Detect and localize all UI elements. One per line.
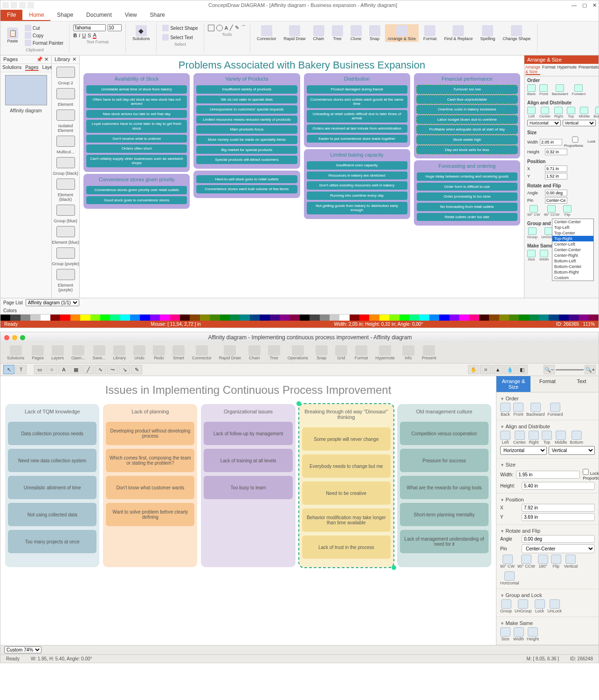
format-painter-button[interactable]: Format Painter <box>23 39 65 47</box>
color-swatch[interactable] <box>50 315 60 321</box>
bottom-button[interactable]: Bottom <box>570 431 584 445</box>
center-button[interactable]: Center <box>539 107 551 118</box>
pin-option[interactable]: Top-Left <box>552 225 593 230</box>
vert-select[interactable]: Vertical <box>563 120 596 126</box>
pages-button[interactable]: Pages <box>28 344 48 361</box>
tab-format[interactable]: Format <box>542 65 556 75</box>
color-swatch[interactable] <box>350 315 359 321</box>
pen-tool-icon[interactable]: ✎ <box>235 25 239 31</box>
tab-arrange-size[interactable]: Arrange & Size <box>496 376 530 392</box>
pin-select[interactable]: Center-Center <box>522 544 595 553</box>
color-swatch[interactable] <box>130 315 140 321</box>
shape-ellipse-icon[interactable] <box>216 25 223 31</box>
snap-button[interactable]: Snap <box>366 24 383 42</box>
color-swatch[interactable] <box>419 315 429 321</box>
color-swatch[interactable] <box>509 315 519 321</box>
diagram-card[interactable]: Don't utilize exesting resources well in… <box>307 181 407 190</box>
diagram-card[interactable]: Cash flow unpredictable <box>417 96 517 104</box>
rapid-draw-button[interactable]: Rapid Draw <box>215 344 245 361</box>
solutions-button[interactable]: ◆Solutions <box>130 24 152 42</box>
diagram-card[interactable]: Order form is difficult to use <box>417 183 517 191</box>
color-swatch[interactable] <box>469 315 479 321</box>
tab-share[interactable]: Share <box>144 10 172 21</box>
color-swatch[interactable] <box>379 315 389 321</box>
tab-pages[interactable]: Pages <box>25 65 38 71</box>
diagram-card[interactable]: Product damaged during transit <box>307 85 407 94</box>
diagram-column[interactable]: Convenience stores given priorityConveni… <box>83 174 190 209</box>
diagram-card[interactable]: Insufficient variety of products <box>196 85 297 94</box>
chain-button[interactable]: Chain <box>245 344 264 361</box>
color-swatch[interactable] <box>80 315 90 321</box>
flip-button[interactable]: Flip <box>563 205 571 217</box>
bottom-button[interactable]: Bottom <box>593 107 599 118</box>
pin-option[interactable]: Top-Center <box>552 230 593 236</box>
diagram-column[interactable]: Lack of TQM knowledgeData collection pro… <box>5 404 99 567</box>
top-button[interactable]: Top <box>567 107 575 118</box>
diagram-card[interactable]: Order processing is too slow <box>417 192 517 201</box>
diagram-card[interactable]: Need to be creative <box>302 481 391 505</box>
select-shape-button[interactable]: Select Shape <box>160 24 200 32</box>
diagram-card[interactable]: Unresponsive to customers' special reque… <box>196 105 297 114</box>
diagram-card[interactable]: Too many projects at once <box>8 530 96 553</box>
diagram-card[interactable]: Competition versus cooperation <box>400 422 489 445</box>
diagram-card[interactable]: Don't know what customer wants <box>106 476 194 499</box>
color-swatch[interactable] <box>220 315 230 321</box>
color-swatch[interactable] <box>359 315 369 321</box>
line-tool[interactable]: ╱ <box>83 365 94 374</box>
color-swatch[interactable] <box>579 315 589 321</box>
diagram-column[interactable]: Organizational issuesLack of follow-up b… <box>201 404 295 567</box>
diagram-card[interactable]: Everybody needs to change but me <box>302 454 391 478</box>
color-swatch[interactable] <box>529 315 539 321</box>
diagram-card[interactable]: Not using collected data <box>8 503 96 526</box>
maximize-icon[interactable]: ▢ <box>582 2 587 8</box>
color-swatch[interactable] <box>60 315 70 321</box>
tab-text[interactable]: Text <box>565 376 599 392</box>
font-size-select[interactable] <box>108 24 122 31</box>
close-light-icon[interactable] <box>4 335 9 340</box>
tab-solutions[interactable]: Solutions <box>2 65 21 71</box>
pin-option[interactable]: Top-Right <box>552 236 593 241</box>
color-swatch[interactable] <box>320 315 330 321</box>
library-button[interactable]: Library <box>110 344 130 361</box>
width-input[interactable] <box>540 139 562 145</box>
diagram-card[interactable]: Running into overtime every day <box>307 192 407 200</box>
color-swatch[interactable] <box>549 315 558 321</box>
spelling-button[interactable]: Spelling <box>477 24 498 42</box>
connector-button[interactable]: Connector <box>188 344 215 361</box>
diagram-card[interactable]: Hard-to-sell stock goes to retail outlet… <box>196 175 297 184</box>
redo-icon[interactable] <box>28 2 34 8</box>
select-text-button[interactable]: Select Text <box>160 34 195 41</box>
back-button[interactable]: Back <box>527 84 536 96</box>
diagram-card[interactable]: Which comes first, composing the team or… <box>106 449 194 472</box>
y-input[interactable] <box>545 173 567 179</box>
diagram-card[interactable]: Orders often short <box>86 144 187 153</box>
pen-tool[interactable]: ✎ <box>131 365 142 374</box>
middle-button[interactable]: Middle <box>555 431 567 445</box>
diagram-column[interactable]: Lack of planningDeveloping product witho… <box>103 404 197 567</box>
library-shape[interactable] <box>56 67 75 78</box>
diagram-card[interactable]: Some people will never change <box>302 427 391 451</box>
color-swatch[interactable] <box>90 315 100 321</box>
pin-option[interactable]: Bottom-Center <box>552 264 593 269</box>
color-swatch[interactable] <box>539 315 549 321</box>
italic-button[interactable]: I <box>79 33 80 38</box>
font-color-button[interactable]: A <box>93 32 96 39</box>
x-input[interactable] <box>545 165 567 172</box>
zoom-out-button[interactable]: 🔍− <box>544 365 555 374</box>
middle-button[interactable]: Middle <box>579 107 590 118</box>
forward-button[interactable]: Forward <box>548 403 563 417</box>
diagram-card[interactable]: Lack of follow-up by management <box>204 422 292 445</box>
color-swatch[interactable] <box>289 315 299 321</box>
connector-button[interactable]: Connector <box>254 24 279 42</box>
center-button[interactable]: Center <box>513 431 526 445</box>
diagram-card[interactable]: New stock arrives too late to sell that … <box>86 110 187 118</box>
cut-button[interactable]: Cut <box>23 24 65 32</box>
diagram-card[interactable]: Not getting goods from bakery to distrib… <box>307 202 407 214</box>
present-button[interactable]: Present <box>418 344 440 361</box>
color-swatch[interactable] <box>589 315 599 321</box>
lock-prop-checkbox[interactable] <box>583 469 589 475</box>
color-swatch[interactable] <box>439 315 449 321</box>
rect-tool[interactable]: ▭ <box>34 365 45 374</box>
lock-prop-checkbox[interactable] <box>564 137 586 143</box>
diagram-card[interactable]: Want to solve problem before clearly def… <box>106 503 194 526</box>
